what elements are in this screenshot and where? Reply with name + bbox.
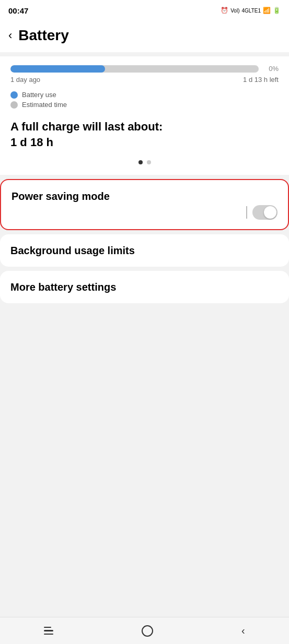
power-saving-mode-item[interactable]: Power saving mode [0, 179, 289, 230]
battery-time-left: 1 d 13 h left [243, 76, 279, 84]
power-saving-toggle[interactable] [252, 205, 278, 220]
status-time: 00:47 [8, 6, 28, 15]
legend-label-battery-use: Battery use [22, 91, 56, 99]
more-battery-settings-title: More battery settings [10, 281, 116, 293]
battery-bar-container: 0% [10, 65, 279, 73]
battery-bar-track [10, 65, 259, 73]
recent-bar-1 [44, 627, 51, 628]
recent-apps-button[interactable] [33, 623, 64, 639]
power-saving-mode-title: Power saving mode [11, 190, 110, 202]
signal-bars-icon: 📶 [263, 7, 271, 14]
full-charge-duration: 1 d 18 h [10, 136, 53, 149]
network-icon: 4GLTE1 [241, 8, 261, 14]
status-bar: 00:47 ⏰ Vol) 4GLTE1 📶 🔋 [0, 0, 289, 21]
header: ‹ Battery [0, 21, 289, 52]
toggle-thumb [264, 206, 276, 219]
legend-item-battery-use: Battery use [10, 91, 279, 99]
back-nav-icon: ‹ [241, 625, 245, 637]
page-title: Battery [18, 27, 68, 44]
battery-time-ago: 1 day ago [10, 76, 40, 84]
full-charge-text: A full charge will last about: 1 d 18 h [10, 119, 279, 150]
status-icons: ⏰ Vol) 4GLTE1 📶 🔋 [221, 7, 281, 14]
alarm-icon: ⏰ [221, 7, 228, 14]
legend-label-estimated-time: Estimated time [22, 101, 67, 109]
battery-bar-fill [10, 65, 105, 73]
battery-times: 1 day ago 1 d 13 h left [10, 76, 279, 84]
toggle-divider [246, 206, 247, 219]
recent-apps-icon [44, 627, 53, 635]
back-nav-button[interactable]: ‹ [231, 621, 256, 641]
back-button[interactable]: ‹ [8, 29, 12, 42]
battery-percent: 0% [263, 65, 279, 73]
dot-page-1 [138, 160, 143, 164]
dot-page-2 [147, 160, 151, 164]
home-button[interactable] [131, 621, 164, 641]
home-icon [142, 625, 153, 637]
legend-dot-battery-use [10, 91, 18, 99]
recent-bar-3 [44, 634, 53, 635]
legend-dot-estimated-time [10, 101, 18, 109]
battery-card: 0% 1 day ago 1 d 13 h left Battery use E… [0, 56, 289, 175]
power-saving-toggle-row [11, 205, 278, 220]
legend-item-estimated-time: Estimated time [10, 101, 279, 109]
more-battery-settings-item[interactable]: More battery settings [0, 271, 289, 303]
full-charge-description: A full charge will last about: [10, 120, 163, 133]
background-usage-limits-item[interactable]: Background usage limits [0, 234, 289, 267]
bottom-nav: ‹ [0, 617, 289, 644]
battery-icon: 🔋 [273, 7, 281, 14]
dots-indicator [10, 158, 279, 164]
voip-icon: Vol) [230, 8, 239, 14]
recent-bar-2 [44, 630, 53, 631]
battery-legend: Battery use Estimated time [10, 91, 279, 109]
background-usage-limits-title: Background usage limits [10, 245, 135, 256]
settings-section: Power saving mode Background usage limit… [0, 179, 289, 303]
